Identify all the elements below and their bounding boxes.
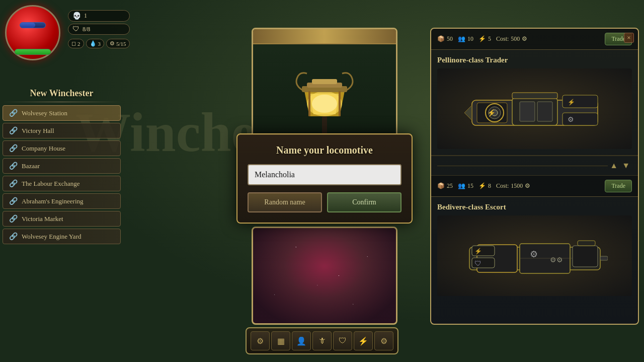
sidebar-item-wolvesey-engine-yard[interactable]: 🔗 Wolvesey Engine Yard (3, 229, 121, 244)
ship1-stat1: 📦 50 (437, 35, 453, 43)
ship1-header: 📦 50 👥 10 ⚡ 5 Cost: 500 ⚙ Trade (431, 29, 638, 50)
crew-icon: 👥 (458, 35, 465, 43)
ship2-header: 📦 25 👥 15 ⚡ 8 Cost: 1500 ⚙ Trade (431, 176, 638, 197)
sidebar-item-bazaar[interactable]: 🔗 Bazaar (3, 158, 121, 174)
power2-icon: ⚡ (478, 182, 486, 190)
toolbar-btn-7[interactable]: ⚙ (374, 331, 393, 350)
hp-display: 8/8 (83, 26, 90, 33)
cargo-icon: 📦 (437, 35, 445, 43)
svg-rect-6 (308, 91, 310, 116)
crew2-icon: 👥 (458, 182, 465, 190)
skull-stat: 💀 1 (68, 10, 130, 22)
svg-rect-35 (578, 241, 595, 246)
svg-rect-23 (512, 93, 557, 99)
svg-rect-22 (537, 102, 552, 121)
cost-icon2: ⚙ (525, 182, 530, 190)
stat-pill-2: 💧 3 (86, 39, 105, 48)
ship2-name: Bedivere-class Escort (437, 203, 632, 211)
svg-rect-34 (600, 256, 608, 260)
sidebar-label-labour-exchange: The Labour Exchange (22, 180, 80, 188)
toolbar-btn-6[interactable]: ⚡ (354, 331, 373, 350)
market-icon: 🔗 (9, 214, 18, 223)
heart-icon: 🛡 (72, 25, 79, 33)
dialog-title: Name your locomotive (248, 144, 401, 156)
sidebar-item-victory-hall[interactable]: 🔗 Victory Hall (3, 123, 121, 138)
sidebar-label-wolvesey-station: Wolvesey Station (22, 109, 67, 117)
sidebar-item-victoria-market[interactable]: 🔗 Victoria Market (3, 211, 121, 227)
ship2-stat2: 👥 15 (458, 182, 473, 190)
svg-point-2 (312, 95, 337, 113)
name-dialog: Name your locomotive Random name Confirm (236, 133, 413, 224)
box-icon: ◻ (71, 40, 76, 47)
sidebar-item-labour-exchange[interactable]: 🔗 The Labour Exchange (3, 176, 121, 191)
ship1-image: ⚡ ⚡ ⚙ (437, 68, 632, 149)
sidebar-divider-top (3, 102, 121, 102)
sidebar-label-bazaar: Bazaar (22, 162, 40, 170)
bottom-toolbar: ⚙ ▦ 👤 🗡 🛡 ⚡ ⚙ (246, 327, 398, 354)
bazaar-icon: 🔗 (9, 162, 18, 170)
svg-rect-29 (573, 246, 598, 267)
scroll-down-arrow[interactable]: ▼ (620, 159, 632, 172)
sidebar-item-abrahams-engineering[interactable]: 🔗 Abraham's Engineering (3, 193, 121, 209)
ship2-image: ⚡ 🛡 ⚙ ⚙⚙ (437, 215, 632, 296)
ship2-section: Bedivere-class Escort ⚡ 🛡 ⚙ ⚙⚙ (431, 197, 638, 302)
hud-stats: 💀 1 🛡 8/8 ◻ 2 💧 3 ⚙ 5/15 (68, 10, 130, 48)
svg-rect-7 (339, 91, 341, 116)
trade-button-2[interactable]: Trade (605, 180, 632, 192)
toolbar-btn-4[interactable]: 🗡 (312, 331, 332, 350)
ship1-stat3: ⚡ 5 (478, 35, 491, 43)
city-name: New Winchester (0, 88, 123, 99)
ship2-resources: 📦 25 👥 15 ⚡ 8 Cost: 1500 ⚙ (437, 182, 530, 190)
company-icon: 🔗 (9, 144, 18, 153)
ship1-stat2: 👥 10 (458, 35, 473, 43)
stat-pill-1: ◻ 2 (68, 39, 84, 48)
toolbar-btn-2[interactable]: ▦ (271, 331, 290, 350)
skull-icon: 💀 (72, 12, 81, 20)
sidebar-item-wolvesey-station[interactable]: 🔗 Wolvesey Station (3, 105, 121, 121)
svg-text:⚙⚙: ⚙⚙ (550, 256, 563, 264)
sidebar-label-company-house: Company House (22, 144, 65, 153)
power-icon: ⚡ (478, 35, 486, 43)
random-name-button[interactable]: Random name (248, 192, 322, 212)
hud-bottom-row: ◻ 2 💧 3 ⚙ 5/15 (68, 39, 130, 48)
stat-pill-3: ⚙ 5/15 (106, 39, 130, 48)
cog-icon: ⚙ (110, 40, 115, 47)
ship2-stat1: 📦 25 (437, 182, 453, 190)
sidebar-label-wolvesey-engine: Wolvesey Engine Yard (22, 233, 81, 241)
ship1-resources: 📦 50 👥 10 ⚡ 5 Cost: 500 ⚙ (437, 35, 527, 43)
toolbar-btn-5[interactable]: 🛡 (333, 331, 352, 350)
svg-text:🛡: 🛡 (474, 260, 481, 267)
toolbar-btn-3[interactable]: 👤 (292, 331, 311, 350)
sidebar-item-company-house[interactable]: 🔗 Company House (3, 140, 121, 156)
locomotive-name-input[interactable] (248, 164, 401, 185)
scroll-up-arrow[interactable]: ▲ (608, 159, 620, 172)
drop-icon: 💧 (90, 40, 97, 47)
ship1-cost: Cost: 500 ⚙ (496, 35, 527, 43)
confirm-button[interactable]: Confirm (327, 192, 401, 212)
svg-marker-20 (464, 105, 472, 120)
hud-topleft: 💀 1 🛡 8/8 ◻ 2 💧 3 ⚙ 5/15 (5, 5, 60, 60)
close-button[interactable]: × (624, 33, 634, 43)
engine-icon: 🔗 (9, 232, 18, 241)
nebula-stars (253, 228, 396, 323)
sidebar: 🔗 Wolvesey Station 🔗 Victory Hall 🔗 Comp… (3, 101, 121, 244)
svg-text:⚡: ⚡ (474, 247, 482, 255)
panel-divider: ▲ ▼ (431, 156, 638, 176)
sidebar-label-abrahams: Abraham's Engineering (22, 197, 84, 205)
sidebar-label-victoria-market: Victoria Market (22, 215, 63, 223)
nebula-panel (252, 227, 397, 325)
ship2-stat3: ⚡ 8 (478, 182, 491, 190)
engineering-icon: 🔗 (9, 197, 18, 205)
sidebar-label-victory-hall: Victory Hall (22, 127, 54, 135)
station-icon: 🔗 (9, 109, 18, 117)
toolbar-btn-1[interactable]: ⚙ (251, 331, 270, 350)
health-orb (5, 5, 60, 60)
svg-text:⚙: ⚙ (568, 116, 574, 123)
hp-stat: 🛡 8/8 (68, 24, 130, 35)
labour-icon: 🔗 (9, 179, 18, 188)
skull-count: 1 (84, 12, 87, 20)
cost-icon1: ⚙ (522, 35, 527, 43)
lamp-decoration (253, 29, 396, 44)
victory-icon: 🔗 (9, 126, 18, 135)
cargo2-icon: 📦 (437, 182, 445, 190)
